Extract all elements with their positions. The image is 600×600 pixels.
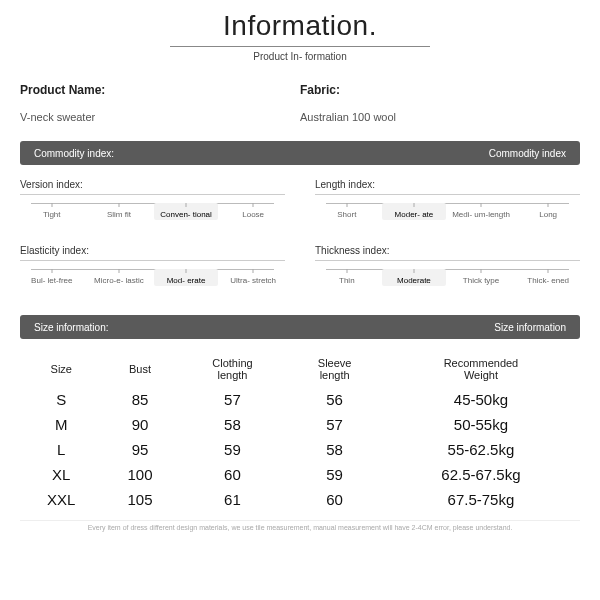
size-bar-left: Size information: (34, 322, 108, 333)
size-table-cell: 95 (103, 437, 178, 462)
scale-option: Mod- erate (154, 269, 218, 286)
commodity-bar-left: Commodity index: (34, 148, 114, 159)
table-row: XXL105616067.5-75kg (20, 487, 580, 512)
size-table: SizeBustClothinglengthSleevelengthRecomm… (20, 351, 580, 512)
size-table-cell: 57 (178, 387, 288, 412)
size-table-header: Size (20, 351, 103, 387)
size-table-cell: 59 (178, 437, 288, 462)
page-subtitle: Product In- formation (20, 51, 580, 63)
size-table-cell: 100 (103, 462, 178, 487)
size-table-header: RecommendedWeight (382, 351, 580, 387)
size-table-cell: 55-62.5kg (382, 437, 580, 462)
length-scale: ShortModer- ateMedi- um-lengthLong (315, 203, 580, 231)
size-table-cell: XXL (20, 487, 103, 512)
scale-option: Short (315, 203, 379, 220)
size-table-cell: 45-50kg (382, 387, 580, 412)
size-table-cell: 105 (103, 487, 178, 512)
size-table-header: Bust (103, 351, 178, 387)
size-table-cell: S (20, 387, 103, 412)
product-info-row: Product Name: V-neck sweater Fabric: Aus… (20, 83, 580, 123)
size-table-cell: 90 (103, 412, 178, 437)
size-table-header: Clothinglength (178, 351, 288, 387)
size-bar-right: Size information (494, 322, 566, 333)
size-table-cell: 61 (178, 487, 288, 512)
scale-option: Loose (221, 203, 285, 220)
size-table-cell: M (20, 412, 103, 437)
size-table-cell: L (20, 437, 103, 462)
scale-option: Ultra- stretch (221, 269, 285, 286)
size-table-body: S85575645-50kgM90585750-55kgL95595855-62… (20, 387, 580, 512)
size-table-cell: 67.5-75kg (382, 487, 580, 512)
scale-option: Tight (20, 203, 84, 220)
product-name-value: V-neck sweater (20, 111, 300, 123)
size-table-cell: XL (20, 462, 103, 487)
scale-option: Bul- let-free (20, 269, 84, 286)
size-info-bar: Size information: Size information (20, 315, 580, 339)
size-table-cell: 56 (287, 387, 382, 412)
scale-option: Medi- um-length (449, 203, 513, 220)
fabric-value: Australian 100 wool (300, 111, 580, 123)
size-table-cell: 60 (178, 462, 288, 487)
size-table-cell: 50-55kg (382, 412, 580, 437)
thickness-scale: ThinModerateThick typeThick- ened (315, 269, 580, 297)
size-table-cell: 57 (287, 412, 382, 437)
elasticity-scale: Bul- let-freeMicro-e- lasticMod- erateUl… (20, 269, 285, 297)
table-row: L95595855-62.5kg (20, 437, 580, 462)
footnote: Every item of dress different design mat… (20, 520, 580, 531)
scale-option: Thick- ened (516, 269, 580, 286)
table-row: XL100605962.5-67.5kg (20, 462, 580, 487)
scale-option: Thick type (449, 269, 513, 286)
table-row: M90585750-55kg (20, 412, 580, 437)
page-title: Information. (170, 10, 430, 47)
size-table-cell: 62.5-67.5kg (382, 462, 580, 487)
scale-option: Moderate (382, 269, 446, 286)
size-table-header: Sleevelength (287, 351, 382, 387)
scale-option: Long (516, 203, 580, 220)
size-table-cell: 58 (178, 412, 288, 437)
product-name-label: Product Name: (20, 83, 300, 97)
version-scale: TightSlim fitConven- tionalLoose (20, 203, 285, 231)
scale-option: Conven- tional (154, 203, 218, 220)
size-table-cell: 59 (287, 462, 382, 487)
table-row: S85575645-50kg (20, 387, 580, 412)
commodity-bar-right: Commodity index (489, 148, 566, 159)
version-index-label: Version index: (20, 179, 285, 195)
scale-option: Moder- ate (382, 203, 446, 220)
length-index-label: Length index: (315, 179, 580, 195)
thickness-index-label: Thickness index: (315, 245, 580, 261)
size-table-cell: 58 (287, 437, 382, 462)
scale-option: Micro-e- lastic (87, 269, 151, 286)
size-table-header-row: SizeBustClothinglengthSleevelengthRecomm… (20, 351, 580, 387)
size-table-cell: 60 (287, 487, 382, 512)
scale-option: Thin (315, 269, 379, 286)
commodity-index-bar: Commodity index: Commodity index (20, 141, 580, 165)
scale-option: Slim fit (87, 203, 151, 220)
elasticity-index-label: Elasticity index: (20, 245, 285, 261)
fabric-label: Fabric: (300, 83, 580, 97)
size-table-cell: 85 (103, 387, 178, 412)
